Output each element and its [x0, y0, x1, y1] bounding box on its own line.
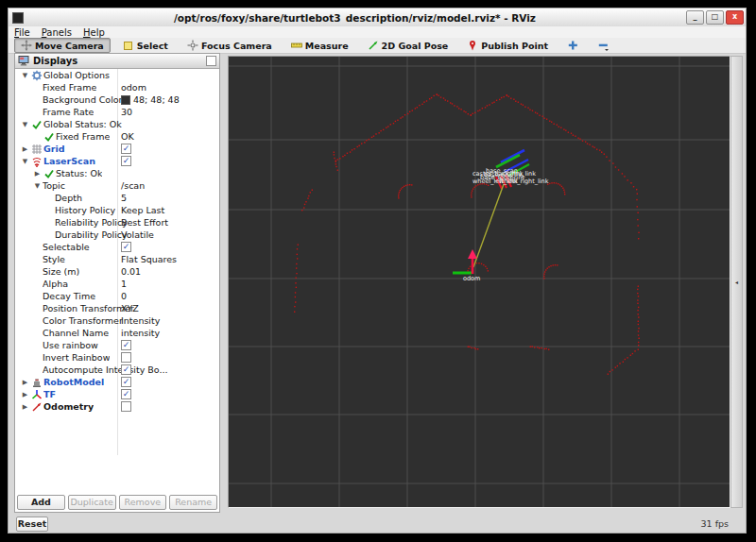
tree-row-value[interactable]: ✓ — [121, 339, 131, 351]
menu-item-panels[interactable]: Panels — [36, 27, 77, 38]
tree-row-channel-name[interactable]: Channel Nameintensity — [15, 327, 219, 339]
tree-row-fixed-frame[interactable]: Fixed FrameOK — [15, 130, 219, 143]
tree-row-status-ok[interactable]: ▶Status: Ok — [15, 167, 219, 179]
tree-row-value[interactable]: 48; 48; 48 — [121, 93, 180, 106]
tree-row-value[interactable]: ✓ — [121, 376, 131, 388]
collapse-arrow-icon[interactable]: ▶ — [32, 170, 43, 178]
tree-row-value[interactable]: ✓ — [121, 388, 131, 400]
tree-row-fixed-frame[interactable]: Fixed Frameodom — [15, 81, 219, 93]
expand-arrow-icon[interactable]: ▼ — [20, 72, 30, 79]
checkbox-checked[interactable]: ✓ — [121, 242, 131, 252]
3d-viewport[interactable]: caster_back_linkbase_scanbase_linkimu_li… — [228, 56, 730, 508]
collapse-arrow-icon[interactable]: ▶ — [20, 403, 30, 411]
tool-select[interactable]: Select — [116, 38, 175, 53]
checkbox-checked[interactable]: ✓ — [121, 389, 131, 399]
tree-row-value[interactable]: Keep Last — [121, 204, 164, 216]
tool-focus-camera[interactable]: Focus Camera — [180, 38, 279, 53]
checkbox-checked[interactable]: ✓ — [121, 340, 131, 350]
tree-row-global-status-ok[interactable]: ▼Global Status: Ok — [15, 118, 219, 130]
checkbox-checked[interactable]: ✓ — [121, 156, 131, 166]
displays-panel-header[interactable]: Displays — [15, 54, 219, 69]
render-canvas[interactable]: caster_back_linkbase_scanbase_linkimu_li… — [229, 57, 730, 507]
tree-row-value[interactable]: 5 — [121, 192, 127, 204]
add-button[interactable]: Add — [17, 495, 65, 510]
menu-item-file[interactable]: File — [9, 27, 36, 38]
tree-row-value[interactable]: ✓ — [121, 143, 131, 155]
tree-row-value[interactable]: Volatile — [121, 229, 154, 241]
tree-row-value[interactable]: ✓ — [121, 364, 131, 376]
tree-row-value[interactable]: ✓ — [121, 155, 131, 167]
tree-row-value[interactable]: ✓ — [121, 241, 131, 253]
tree-row-value[interactable]: /scan — [121, 179, 145, 192]
collapse-arrow-icon[interactable]: ▶ — [20, 391, 30, 398]
expand-arrow-icon[interactable]: ▼ — [20, 121, 30, 128]
tree-row-label: Global Options — [43, 70, 110, 80]
tree-row-value[interactable] — [121, 400, 131, 413]
expand-arrow-icon[interactable]: ▼ — [32, 182, 43, 190]
duplicate-button[interactable]: Duplicate — [68, 495, 116, 510]
checkbox-checked[interactable]: ✓ — [121, 144, 131, 154]
tree-row-decay-time[interactable]: Decay Time0 — [15, 290, 219, 302]
tree-row-grid[interactable]: ▶Grid✓ — [15, 143, 219, 155]
tool-plus[interactable] — [560, 38, 585, 53]
tree-row-odometry[interactable]: ▶Odometry — [15, 400, 219, 413]
tree-row-durability-policy[interactable]: Durability PolicyVolatile — [15, 229, 219, 241]
checkbox-checked[interactable]: ✓ — [121, 377, 131, 387]
rename-button[interactable]: Rename — [169, 495, 217, 510]
checkbox-checked[interactable]: ✓ — [121, 364, 131, 375]
tree-row-autocompute-intensity-bo-[interactable]: Autocompute Intensity Bo...✓ — [15, 364, 219, 376]
close-button[interactable]: x — [726, 10, 744, 25]
collapse-arrow-icon[interactable]: ▶ — [20, 145, 30, 153]
left-splitter-handle[interactable] — [221, 56, 228, 508]
tree-row-topic[interactable]: ▼Topic/scan — [15, 179, 219, 192]
tree-row-frame-rate[interactable]: Frame Rate30 — [15, 106, 219, 118]
right-splitter-handle[interactable]: ◂ — [730, 56, 743, 508]
tree-row-value[interactable]: 0.01 — [121, 265, 141, 278]
tree-row-value[interactable] — [121, 351, 131, 364]
tree-row-alpha[interactable]: Alpha1 — [15, 278, 219, 290]
tool-measure[interactable]: Measure — [284, 38, 355, 53]
panel-float-button[interactable] — [206, 56, 216, 66]
tree-row-value[interactable]: OK — [121, 130, 134, 143]
tree-row-style[interactable]: StyleFlat Squares — [15, 253, 219, 265]
menu-item-help[interactable]: Help — [77, 27, 111, 38]
tree-row-robotmodel[interactable]: ▶RobotModel✓ — [15, 376, 219, 388]
tree-row-size-m-[interactable]: Size (m)0.01 — [15, 265, 219, 278]
tree-row-value[interactable]: 1 — [121, 278, 127, 290]
minimize-button[interactable]: _ — [686, 10, 704, 25]
title-bar[interactable]: /opt/ros/foxy/share/turtlebot3_descripti… — [9, 8, 746, 27]
tree-row-label: Autocompute Intensity Bo... — [43, 364, 168, 375]
tree-row-depth[interactable]: Depth5 — [15, 192, 219, 204]
laser-scan-point — [472, 113, 473, 114]
tree-row-background-color[interactable]: Background Color48; 48; 48 — [15, 93, 219, 106]
tree-row-value[interactable]: odom — [121, 81, 146, 93]
tool-minus[interactable] — [591, 38, 615, 53]
remove-button[interactable]: Remove — [119, 495, 167, 510]
tree-row-position-transformer[interactable]: Position TransformerXYZ — [15, 302, 219, 314]
checkbox-unchecked[interactable] — [121, 401, 131, 412]
collapse-arrow-icon[interactable]: ▶ — [20, 379, 30, 386]
tree-row-value[interactable]: XYZ — [121, 302, 139, 314]
expand-arrow-icon[interactable]: ▼ — [20, 158, 30, 165]
tree-row-global-options[interactable]: ▼Global Options — [15, 69, 219, 81]
tool-2d-goal-pose[interactable]: 2D Goal Pose — [361, 38, 455, 53]
tree-row-value[interactable]: intensity — [121, 327, 160, 339]
tree-row-value[interactable]: Best Effort — [121, 216, 168, 229]
checkbox-unchecked[interactable] — [121, 352, 131, 363]
tree-row-value[interactable]: 0 — [121, 290, 127, 302]
tree-row-color-transformer[interactable]: Color TransformerIntensity — [15, 314, 219, 327]
reset-button[interactable]: Reset — [16, 517, 48, 532]
tree-row-tf[interactable]: ▶TF✓ — [15, 388, 219, 400]
tree-row-history-policy[interactable]: History PolicyKeep Last — [15, 204, 219, 216]
tree-row-reliability-policy[interactable]: Reliability PolicyBest Effort — [15, 216, 219, 229]
tree-row-value[interactable]: 30 — [121, 106, 132, 118]
tree-row-invert-rainbow[interactable]: Invert Rainbow — [15, 351, 219, 364]
maximize-button[interactable]: □ — [706, 10, 724, 25]
tool-move-camera[interactable]: Move Camera — [14, 38, 111, 53]
tree-row-value[interactable]: Flat Squares — [121, 253, 177, 265]
tree-row-laserscan[interactable]: ▼LaserScan✓ — [15, 155, 219, 167]
tool-publish-point[interactable]: Publish Point — [460, 38, 555, 53]
tree-row-use-rainbow[interactable]: Use rainbow✓ — [15, 339, 219, 351]
tree-row-selectable[interactable]: Selectable✓ — [15, 241, 219, 253]
tree-row-value[interactable]: Intensity — [121, 314, 160, 327]
